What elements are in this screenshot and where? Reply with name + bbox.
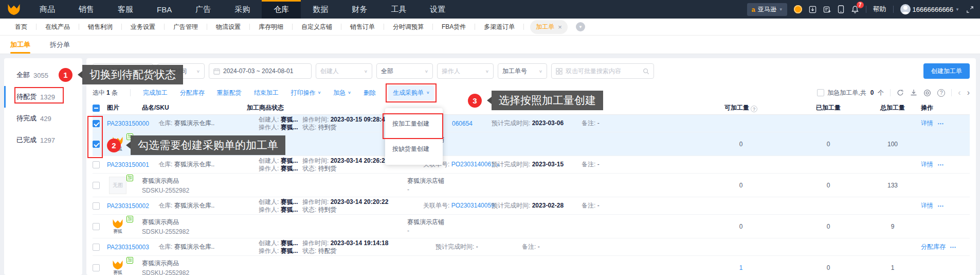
- tab-multichannel-orders[interactable]: 多渠道订单: [475, 23, 523, 31]
- tab-inventory-detail[interactable]: 库存明细: [250, 23, 292, 31]
- related-po-link[interactable]: PO2303140059: [451, 202, 495, 209]
- help-icon[interactable]: ?: [937, 89, 945, 97]
- order-id-link[interactable]: PA2303150002: [107, 202, 158, 210]
- delete-button[interactable]: 删除: [364, 89, 376, 97]
- feedback-icon[interactable]: [823, 6, 831, 13]
- more-tabs-icon[interactable]: ▼: [576, 22, 585, 31]
- product-row[interactable]: 无图 加 赛狐演示商品 SDSKU-2552982 赛狐演示店铺 - 0 0 1…: [93, 174, 970, 197]
- tab-sales-profit[interactable]: 销售利润: [79, 23, 121, 31]
- nav-tools[interactable]: 工具: [379, 0, 418, 19]
- column-settings-icon[interactable]: [923, 89, 931, 97]
- tab-logistics-settings[interactable]: 物流设置: [207, 23, 249, 31]
- detail-link[interactable]: 详情: [921, 160, 933, 169]
- search-input[interactable]: [566, 67, 640, 75]
- product-row[interactable]: 赛狐 加 赛狐演示商品 赛狐演示店铺 - 0 0 100: [93, 132, 970, 156]
- more-actions-icon[interactable]: ⋯: [937, 120, 944, 127]
- row-checkbox[interactable]: [93, 264, 100, 271]
- row-checkbox[interactable]: [93, 161, 100, 168]
- export-download-icon[interactable]: [910, 89, 917, 96]
- nav-finance[interactable]: 财务: [340, 0, 379, 19]
- tab-home[interactable]: 首页: [6, 23, 36, 31]
- download-center-icon[interactable]: [809, 6, 816, 13]
- nav-warehouse[interactable]: 仓库: [262, 0, 301, 19]
- time-field-select[interactable]: 创建时间 ∨: [157, 63, 205, 79]
- print-actions-dropdown[interactable]: 打印操作∨: [291, 89, 321, 97]
- tab-custom-store[interactable]: 自定义店铺: [293, 23, 341, 31]
- tab-business-settings[interactable]: 业务设置: [122, 23, 164, 31]
- checkbox[interactable]: [817, 89, 824, 96]
- marketplace-selector[interactable]: a 亚马逊 ▼: [747, 3, 787, 16]
- warehouse-select[interactable]: 全部仓库 ∨: [93, 63, 153, 79]
- order-row[interactable]: PA2303150000 仓库: 赛狐演示仓库.. 创建人: 赛狐... 操作人…: [93, 115, 970, 132]
- row-checkbox[interactable]: [93, 182, 100, 189]
- expand-fullscreen-icon[interactable]: [966, 6, 974, 13]
- scope-select[interactable]: 全部 ∨: [376, 63, 433, 79]
- order-id-link[interactable]: PA2303150001: [107, 161, 158, 168]
- sidebar-item-pending-complete[interactable]: 待完成 429: [4, 108, 82, 129]
- brand-fox-logo[interactable]: [0, 0, 28, 19]
- account-menu[interactable]: 16666666666 ▼: [900, 4, 959, 14]
- subtab-split-order[interactable]: 拆分单: [50, 36, 70, 54]
- creator-select[interactable]: 创建人 ∨: [316, 63, 372, 79]
- create-order-button[interactable]: 创建加工单: [923, 63, 970, 79]
- sidebar-item-completed[interactable]: 已完成 1297: [4, 129, 82, 151]
- tab-online-products[interactable]: 在线产品: [37, 23, 79, 31]
- end-processing-button[interactable]: 结束加工: [254, 89, 279, 97]
- tab-ad-management[interactable]: 广告管理: [165, 23, 207, 31]
- generate-po-dropdown[interactable]: 生成采购单 ∨: [388, 85, 434, 100]
- allocate-stock-link[interactable]: 分配库存: [921, 243, 946, 251]
- order-no-field-select[interactable]: 加工单号 ∨: [498, 63, 547, 79]
- sidebar-item-all[interactable]: 全部 3055: [4, 64, 82, 86]
- nav-settings[interactable]: 设置: [418, 0, 457, 19]
- nav-goods[interactable]: 商品: [28, 0, 67, 19]
- detail-link[interactable]: 详情: [921, 201, 933, 210]
- product-row[interactable]: 赛狐 加 赛狐演示商品 SDSKU-2552982 赛狐演示店铺 - 0 0 9: [93, 215, 970, 238]
- finish-processing-button[interactable]: 完成加工: [143, 89, 168, 97]
- urgent-dropdown[interactable]: 加急∨: [333, 89, 351, 97]
- select-all-checkbox[interactable]: [93, 105, 100, 112]
- menu-item-create-by-shortage-qty[interactable]: 按缺货量创建: [385, 136, 443, 162]
- nav-fba[interactable]: FBA: [145, 0, 184, 19]
- reallocate-button[interactable]: 重新配货: [217, 89, 242, 97]
- order-row[interactable]: PA2303150003 仓库: 赛狐演示仓库.. 创建人: 赛狐... 操作人…: [93, 238, 970, 256]
- subtab-processing-order[interactable]: 加工单: [10, 36, 30, 54]
- tab-sales-orders[interactable]: 销售订单: [341, 23, 384, 31]
- order-id-link[interactable]: PA2303150000: [107, 120, 158, 127]
- mobile-app-icon[interactable]: [838, 5, 844, 13]
- more-actions-icon[interactable]: ⋯: [937, 161, 944, 168]
- detail-link[interactable]: 详情: [921, 119, 933, 128]
- order-row[interactable]: PA2303150001 仓库: 赛狐演示仓库.. 创建人: 赛狐... 操作人…: [93, 156, 970, 174]
- related-po-link[interactable]: PO2303140061: [451, 161, 495, 168]
- nav-advertising[interactable]: 广告: [184, 0, 223, 19]
- row-checkbox[interactable]: [93, 202, 100, 210]
- sidebar-item-pending-allocation[interactable]: 待配货 1329: [4, 86, 82, 108]
- allocate-stock-button[interactable]: 分配库存: [180, 89, 205, 97]
- notifications-bell-icon[interactable]: 7: [851, 5, 859, 13]
- date-range-picker[interactable]: 2024-07-03 ~ 2024-08-01: [209, 63, 312, 79]
- search-icon[interactable]: [643, 68, 649, 75]
- nav-sales[interactable]: 销售: [67, 0, 106, 19]
- tab-processing-orders-active[interactable]: 加工单 ×: [530, 20, 568, 34]
- refresh-icon[interactable]: [897, 89, 904, 96]
- operator-select[interactable]: 操作人 ∨: [437, 63, 494, 79]
- more-actions-icon[interactable]: ⋯: [950, 244, 956, 251]
- order-row[interactable]: PA2303150002 仓库: 赛狐演示仓库.. 创建人: 赛狐... 操作人…: [93, 197, 970, 215]
- more-actions-icon[interactable]: ⋯: [937, 202, 944, 210]
- menu-item-create-by-processing-qty[interactable]: 按加工量创建: [385, 111, 443, 136]
- nav-customer-service[interactable]: 客服: [106, 0, 145, 19]
- row-checkbox[interactable]: [93, 141, 100, 148]
- help-link[interactable]: 帮助: [873, 5, 886, 14]
- row-checkbox[interactable]: [93, 120, 100, 127]
- nav-data[interactable]: 数据: [301, 0, 340, 19]
- next-page-icon[interactable]: ›: [967, 89, 970, 97]
- nav-purchasing[interactable]: 采购: [223, 0, 262, 19]
- row-checkbox[interactable]: [93, 244, 100, 251]
- row-checkbox[interactable]: [93, 223, 100, 230]
- close-icon[interactable]: ×: [558, 24, 562, 30]
- tab-hourly-budget[interactable]: 分时调预算: [384, 23, 432, 31]
- help-tip-icon[interactable]: ?: [751, 106, 757, 112]
- urgent-filter-checkbox[interactable]: 加急加工单,共 0 个: [817, 89, 884, 97]
- related-po-link[interactable]: 060654: [452, 120, 473, 127]
- prev-page-icon[interactable]: ‹: [958, 89, 960, 97]
- tab-fba-shipments[interactable]: FBA货件: [433, 23, 475, 31]
